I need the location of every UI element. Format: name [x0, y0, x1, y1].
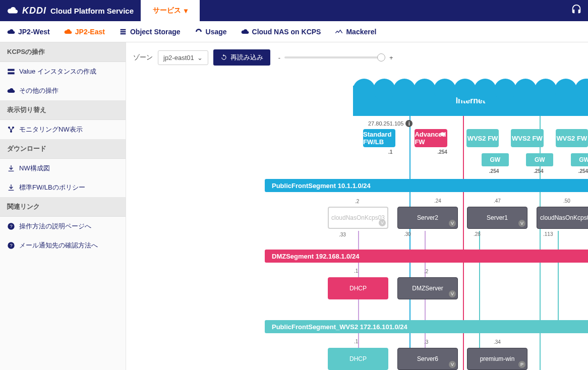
zone-label: ゾーン	[133, 53, 153, 62]
brand-logo: KDDI	[22, 6, 46, 16]
nav-label: Usage	[206, 28, 227, 36]
nav-jp2-east[interactable]: JP2-East	[64, 28, 105, 36]
cloud-bumps	[353, 79, 588, 94]
link-label: 標準FW/LBのポリシー	[19, 183, 85, 192]
node-row-1: cloudNasOnKcps03V .2 .33 Server2V .24 .3…	[328, 207, 588, 229]
node-row-3: DHCP .1 Server6V .3 premium-winP .34 .30	[328, 348, 527, 370]
refresh-icon	[220, 54, 227, 61]
ip-tag: .50	[563, 198, 570, 204]
sidebar-section: ダウンロード	[0, 139, 126, 159]
ip-text: 27.80.251.105	[368, 120, 403, 127]
gw-box[interactable]: GW	[526, 153, 553, 166]
node-dhcp-dmz[interactable]: DHCP .1	[328, 277, 388, 299]
toolbar: ゾーン jp2-east01 ⌄ 再読み込み - +	[126, 42, 588, 66]
nav-mackerel[interactable]: Mackerel	[335, 28, 376, 36]
sidebar-link-fwlb-policy[interactable]: 標準FW/LBのポリシー	[0, 178, 126, 197]
ip-tag: .30	[404, 231, 411, 237]
sidebar-link-nw-diagram[interactable]: NW構成図	[0, 159, 126, 178]
main-area: KCPSの操作 Value インスタンスの作成 その他の操作 表示切り替え モニ…	[0, 42, 588, 370]
ip-tag: .28	[474, 231, 481, 237]
gw-box[interactable]: GW	[482, 153, 509, 166]
sidebar-link-monitoring[interactable]: モニタリングNW表示	[0, 120, 126, 139]
zoom-track[interactable]	[284, 56, 385, 58]
node-premium-win[interactable]: premium-winP .34 .30	[467, 348, 527, 370]
gear-icon[interactable]	[439, 131, 445, 137]
nav-label: Mackerel	[346, 28, 376, 36]
info-icon[interactable]: i	[405, 120, 413, 127]
topology-canvas: Internet 27.80.251.105 i Standard FW/LB …	[126, 66, 588, 370]
sub-nav: JP2-West JP2-East Object Storage Usage C…	[0, 21, 588, 42]
segment-bar-1[interactable]: PublicFrontSegment 10.1.1.0/24	[265, 179, 588, 192]
fw-standard[interactable]: Standard FW/LB .1	[363, 129, 395, 147]
service-tab-label: サービス	[153, 6, 181, 15]
node-cloudnas03[interactable]: cloudNasOnKcps03V .2 .33	[328, 207, 388, 229]
ip-tag: .47	[494, 198, 501, 204]
nav-object-storage[interactable]: Object Storage	[119, 28, 181, 36]
gw-box[interactable]: GW	[571, 153, 588, 166]
fw-wvs2-3[interactable]: WVS2 FW GW .254	[556, 129, 588, 147]
headset-icon[interactable]	[571, 4, 582, 15]
fw-wvs2-2[interactable]: WVS2 FW GW .254	[511, 129, 543, 147]
node-server1[interactable]: Server1V .47 .28	[467, 207, 527, 229]
zoom-minus[interactable]: -	[278, 54, 280, 61]
ip-tag: .1	[354, 339, 358, 345]
cloud-icon	[7, 87, 15, 95]
nav-label: Cloud NAS on KCPS	[252, 28, 321, 36]
badge-icon: V	[449, 220, 456, 227]
sidebar-link-create-instance[interactable]: Value インスタンスの作成	[0, 62, 126, 81]
node-label: cloudNasOnKcps01	[540, 214, 588, 221]
link-label: NW構成図	[19, 164, 50, 173]
gw-label: GW	[490, 156, 500, 163]
sidebar-link-mail[interactable]: ? メール通知先の確認方法へ	[0, 236, 126, 255]
segment-bar-2[interactable]: DMZSegment 192.168.1.0/24	[265, 250, 588, 263]
zoom-thumb[interactable]	[377, 53, 385, 61]
segment-bar-3[interactable]: PublicFrontSegment_WVS2 172.16.101.0/24	[265, 320, 588, 333]
nav-jp2-west[interactable]: JP2-West	[7, 28, 50, 36]
ip-tag: .113	[543, 231, 553, 237]
content: ゾーン jp2-east01 ⌄ 再読み込み - +	[126, 42, 588, 370]
cloud-icon	[7, 7, 18, 15]
node-dhcp-wvs2[interactable]: DHCP .1	[328, 348, 388, 370]
ip-tag: .2	[424, 269, 428, 275]
seg-label: PublicFrontSegment_WVS2 172.16.101.0/24	[272, 323, 407, 331]
nav-cloud-nas[interactable]: Cloud NAS on KCPS	[241, 28, 321, 36]
node-label: cloudNasOnKcps03	[331, 214, 385, 221]
reload-button[interactable]: 再読み込み	[213, 49, 270, 66]
seg-label: DMZSegment 192.168.1.0/24	[272, 253, 359, 260]
node-cloudnas01[interactable]: cloudNasOnKcps01V .50 .113	[537, 207, 588, 229]
svg-text:?: ?	[10, 243, 12, 248]
nav-usage[interactable]: Usage	[195, 28, 227, 36]
fw-wvs2-1[interactable]: WVS2 FW GW .254	[466, 129, 499, 147]
node-label: premium-win	[480, 355, 515, 362]
gw-label: GW	[535, 156, 545, 163]
badge-icon: V	[449, 290, 456, 297]
ip-tag: .34	[494, 339, 501, 345]
zoom-slider: - +	[278, 54, 393, 61]
firewall-row: Standard FW/LB .1 Advanced FW .254 WVS2 …	[363, 129, 588, 147]
fw-label: WVS2 FW	[467, 135, 498, 142]
node-server2[interactable]: Server2V .24 .30	[397, 207, 458, 229]
zoom-plus[interactable]: +	[389, 54, 393, 61]
ip-tag: .254	[489, 168, 499, 174]
svg-rect-1	[8, 72, 14, 74]
link-label: モニタリングNW表示	[19, 125, 83, 134]
fw-label: WVS2 FW	[512, 135, 543, 142]
sidebar-section: 関連リンク	[0, 197, 126, 217]
svg-text:?: ?	[10, 224, 12, 229]
sidebar-section: KCPSの操作	[0, 42, 126, 62]
storage-icon	[119, 28, 127, 36]
node-dmzserver[interactable]: DMZServerV .2	[397, 277, 458, 299]
badge-icon: V	[449, 361, 456, 368]
ip-tag: .24	[434, 198, 441, 204]
gw-label: GW	[579, 156, 588, 163]
sidebar-link-help[interactable]: ? 操作方法の説明ページへ	[0, 217, 126, 236]
ip-tag: .254	[437, 149, 447, 155]
zone-select[interactable]: jp2-east01 ⌄	[158, 50, 208, 65]
badge-icon: V	[518, 220, 525, 227]
network-icon	[7, 126, 15, 134]
service-tab[interactable]: サービス ▾	[141, 0, 200, 21]
sidebar-link-other-ops[interactable]: その他の操作	[0, 81, 126, 100]
node-server6[interactable]: Server6V .3	[397, 348, 458, 370]
fw-advanced[interactable]: Advanced FW .254	[415, 129, 447, 147]
nav-label: JP2-West	[18, 28, 50, 36]
